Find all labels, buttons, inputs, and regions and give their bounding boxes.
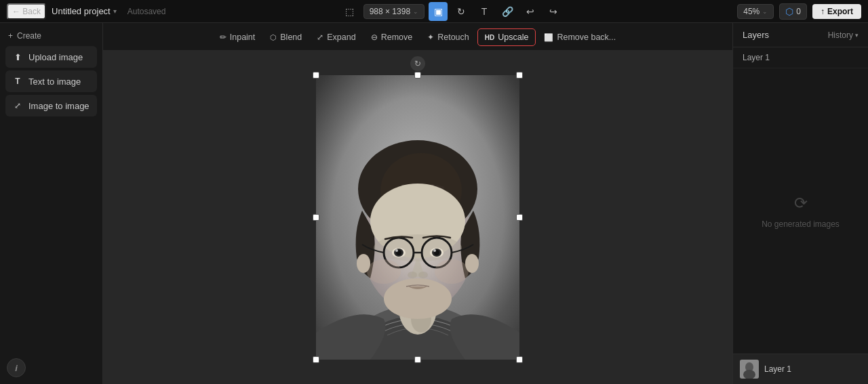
blend-label: Blend — [280, 33, 302, 42]
svg-point-22 — [418, 272, 428, 278]
remove-label: Remove — [381, 33, 413, 42]
blend-icon: ⬡ — [270, 33, 277, 42]
refresh-button[interactable]: ↻ — [410, 56, 425, 71]
top-center-tools: ⬚ 988 × 1398 ⌄ ▣ ↻ T 🔗 ↩ ↪ — [340, 2, 563, 21]
canvas-area: ✏ Inpaint ⬡ Blend ⤢ Expand ⊖ Remove ✦ Re… — [103, 23, 732, 384]
zoom-display[interactable]: 45% ⌄ — [737, 4, 774, 19]
image-to-image-icon: ⤢ — [12, 100, 23, 111]
right-sidebar: Layers History ▾ Layer 1 ⟳ No generated … — [732, 23, 868, 384]
credits-button[interactable]: ⬡ 0 — [779, 3, 807, 20]
layer-thumb-preview — [740, 360, 759, 379]
history-chevron-icon: ▾ — [855, 32, 859, 39]
main-layout: + Create ⬆ Upload image T Text to image … — [0, 23, 868, 384]
svg-point-20 — [433, 249, 436, 252]
upload-icon: ⬆ — [12, 51, 23, 62]
resize-handle-bm[interactable] — [414, 356, 421, 363]
remove-icon: ⊖ — [371, 33, 378, 42]
expand-label: Expand — [327, 33, 355, 42]
canvas-viewport[interactable]: ↻ — [103, 51, 732, 384]
retouch-icon: ✦ — [427, 33, 434, 42]
layers-label: Layers — [743, 30, 769, 40]
left-sidebar: + Create ⬆ Upload image T Text to image … — [0, 23, 103, 384]
resize-handle-ml[interactable] — [313, 214, 319, 221]
svg-point-26 — [465, 254, 479, 273]
remove-tool[interactable]: ⊖ Remove — [364, 29, 420, 45]
image-size-display[interactable]: 988 × 1398 ⌄ — [363, 4, 425, 19]
svg-point-15 — [395, 249, 398, 252]
resize-handle-tm[interactable] — [414, 72, 421, 79]
upscale-label: Upscale — [498, 33, 528, 42]
no-gen-icon: ⟳ — [794, 194, 808, 213]
portrait-image — [316, 75, 519, 360]
select-tool-button[interactable]: ▣ — [429, 2, 448, 21]
frame-tool-button[interactable]: ⬚ — [340, 2, 359, 21]
blend-tool[interactable]: ⬡ Blend — [263, 29, 309, 45]
text-to-image-icon: T — [12, 76, 23, 87]
size-chevron-icon: ⌄ — [413, 8, 418, 15]
remove-bg-icon: ⬜ — [544, 33, 553, 42]
svg-point-21 — [408, 272, 417, 278]
back-button[interactable]: ← Back — [7, 3, 46, 20]
credits-icon: ⬡ — [785, 6, 793, 17]
upload-label: Upload image — [28, 52, 83, 62]
resize-handle-br[interactable] — [516, 356, 523, 363]
undo-button[interactable]: ↩ — [521, 2, 540, 21]
back-icon: ← Back — [12, 7, 41, 16]
right-sidebar-header: Layers History ▾ — [733, 23, 868, 47]
svg-point-23 — [367, 259, 401, 284]
image-to-image-label: Image to image — [28, 101, 90, 111]
project-title-area: Untitled project ▾ — [52, 6, 117, 16]
redo-button[interactable]: ↪ — [544, 2, 563, 21]
zoom-level-text: 45% — [743, 7, 760, 16]
zoom-chevron-icon: ⌄ — [762, 8, 768, 15]
layer-thumbnail — [740, 360, 759, 379]
remove-bg-label: Remove back... — [557, 33, 616, 42]
resize-handle-mr[interactable] — [516, 214, 523, 221]
autosaved-label: Autosaved — [127, 7, 166, 16]
export-icon: ↑ — [821, 7, 825, 16]
no-generated-label: No generated images — [762, 219, 840, 229]
layer-1-label: Layer 1 — [743, 53, 770, 62]
inpaint-label: Inpaint — [230, 33, 256, 42]
expand-icon: ⤢ — [317, 33, 323, 42]
export-button[interactable]: ↑ Export — [812, 4, 861, 19]
rotate-tool-button[interactable]: ↻ — [452, 2, 471, 21]
expand-tool[interactable]: ⤢ Expand — [310, 29, 362, 45]
info-button[interactable]: i — [7, 358, 26, 377]
project-chevron-icon[interactable]: ▾ — [113, 7, 117, 15]
layer-thumbnail-row[interactable]: Layer 1 — [733, 354, 868, 384]
no-generated-area: ⟳ No generated images — [733, 68, 868, 354]
svg-point-24 — [435, 259, 469, 284]
svg-point-25 — [357, 254, 370, 273]
create-label: + Create — [5, 31, 97, 46]
image-container[interactable]: ↻ — [316, 75, 519, 360]
link-tool-button[interactable]: 🔗 — [498, 2, 517, 21]
upscale-icon: HD — [485, 34, 494, 41]
credits-value: 0 — [796, 7, 801, 16]
retouch-label: Retouch — [437, 33, 469, 42]
top-right-area: 45% ⌄ ⬡ 0 ↑ Export — [737, 3, 861, 20]
create-icon: + — [8, 31, 13, 41]
text-to-image-label: Text to image — [28, 77, 81, 87]
image-size-text: 988 × 1398 — [370, 7, 410, 16]
tool-bar: ✏ Inpaint ⬡ Blend ⤢ Expand ⊖ Remove ✦ Re… — [103, 23, 732, 51]
project-title: Untitled project — [52, 6, 111, 16]
refresh-icon: ↻ — [414, 59, 421, 68]
image-to-image-button[interactable]: ⤢ Image to image — [5, 95, 97, 116]
remove-bg-tool[interactable]: ⬜ Remove back... — [537, 29, 623, 45]
upload-image-button[interactable]: ⬆ Upload image — [5, 46, 97, 68]
layer-thumb-label: Layer 1 — [764, 364, 791, 374]
history-button[interactable]: History ▾ — [828, 30, 859, 40]
resize-handle-tr[interactable] — [516, 72, 523, 79]
upscale-tool[interactable]: HD Upscale — [477, 28, 536, 46]
top-bar: ← Back Untitled project ▾ Autosaved ⬚ 98… — [0, 0, 868, 23]
inpaint-icon: ✏ — [220, 33, 226, 42]
resize-handle-bl[interactable] — [313, 356, 319, 363]
text-tool-button[interactable]: T — [475, 2, 494, 21]
retouch-tool[interactable]: ✦ Retouch — [420, 29, 476, 45]
text-to-image-button[interactable]: T Text to image — [5, 70, 97, 92]
layer-1-item: Layer 1 — [733, 47, 868, 68]
inpaint-tool[interactable]: ✏ Inpaint — [213, 29, 262, 45]
history-text: History — [828, 30, 853, 40]
resize-handle-tl[interactable] — [313, 72, 319, 79]
